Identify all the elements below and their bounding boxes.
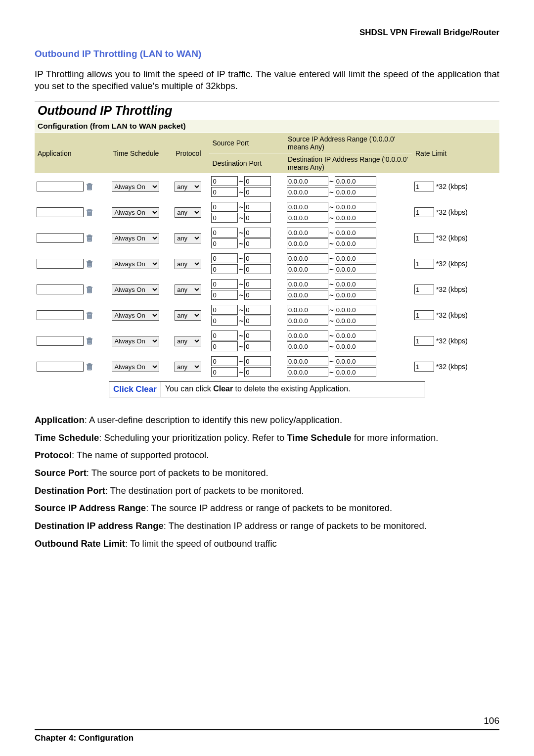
- source-port-from[interactable]: [211, 331, 238, 340]
- source-ip-from[interactable]: [287, 331, 328, 340]
- dest-port-from[interactable]: [211, 316, 238, 326]
- time-schedule-select[interactable]: Always On: [112, 310, 159, 321]
- source-port-from[interactable]: [211, 279, 238, 289]
- dest-port-from[interactable]: [211, 213, 238, 223]
- source-ip-to[interactable]: [335, 279, 376, 289]
- source-ip-to[interactable]: [335, 228, 376, 237]
- rate-limit-input[interactable]: [414, 233, 434, 243]
- application-input[interactable]: [37, 233, 84, 243]
- dest-ip-to[interactable]: [335, 367, 376, 377]
- protocol-select[interactable]: any: [175, 233, 201, 243]
- dest-ip-from[interactable]: [287, 213, 328, 223]
- time-schedule-select[interactable]: Always On: [112, 362, 159, 372]
- rate-limit-input[interactable]: [414, 362, 434, 372]
- dest-ip-to[interactable]: [335, 316, 376, 326]
- source-ip-to[interactable]: [335, 253, 376, 263]
- rate-limit-input[interactable]: [414, 336, 434, 346]
- source-port-from[interactable]: [211, 228, 238, 237]
- application-input[interactable]: [37, 259, 84, 269]
- trash-icon[interactable]: [86, 312, 93, 320]
- dest-port-to[interactable]: [244, 316, 271, 326]
- application-input[interactable]: [37, 336, 84, 346]
- source-port-from[interactable]: [211, 356, 238, 366]
- dest-ip-to[interactable]: [335, 238, 376, 248]
- dest-port-to[interactable]: [244, 213, 271, 223]
- rate-limit-input[interactable]: [414, 284, 434, 294]
- source-port-to[interactable]: [244, 253, 271, 263]
- dest-port-from[interactable]: [211, 264, 238, 274]
- rate-limit-input[interactable]: [414, 182, 434, 191]
- application-input[interactable]: [37, 284, 84, 294]
- source-port-to[interactable]: [244, 305, 271, 315]
- protocol-select[interactable]: any: [175, 336, 201, 346]
- dest-ip-from[interactable]: [287, 341, 328, 351]
- time-schedule-select[interactable]: Always On: [112, 259, 159, 269]
- source-ip-from[interactable]: [287, 202, 328, 212]
- dest-port-to[interactable]: [244, 238, 271, 248]
- source-port-from[interactable]: [211, 253, 238, 263]
- source-ip-from[interactable]: [287, 305, 328, 315]
- source-port-to[interactable]: [244, 228, 271, 237]
- source-port-to[interactable]: [244, 202, 271, 212]
- dest-port-from[interactable]: [211, 187, 238, 197]
- dest-ip-from[interactable]: [287, 316, 328, 326]
- dest-ip-from[interactable]: [287, 238, 328, 248]
- time-schedule-select[interactable]: Always On: [112, 233, 159, 243]
- trash-icon[interactable]: [86, 183, 93, 191]
- source-ip-to[interactable]: [335, 176, 376, 186]
- application-input[interactable]: [37, 207, 84, 217]
- dest-port-from[interactable]: [211, 341, 238, 351]
- protocol-select[interactable]: any: [175, 310, 201, 321]
- source-ip-to[interactable]: [335, 331, 376, 340]
- trash-icon[interactable]: [86, 286, 93, 294]
- trash-icon[interactable]: [86, 260, 93, 268]
- rate-limit-input[interactable]: [414, 207, 434, 217]
- dest-port-to[interactable]: [244, 290, 271, 300]
- dest-ip-from[interactable]: [287, 367, 328, 377]
- dest-port-to[interactable]: [244, 341, 271, 351]
- application-input[interactable]: [37, 310, 84, 320]
- source-port-to[interactable]: [244, 356, 271, 366]
- application-input[interactable]: [37, 362, 84, 372]
- trash-icon[interactable]: [86, 209, 93, 217]
- source-port-to[interactable]: [244, 176, 271, 186]
- rate-limit-input[interactable]: [414, 310, 434, 320]
- dest-ip-to[interactable]: [335, 187, 376, 197]
- source-ip-from[interactable]: [287, 253, 328, 263]
- source-port-to[interactable]: [244, 279, 271, 289]
- dest-ip-to[interactable]: [335, 290, 376, 300]
- application-input[interactable]: [37, 182, 84, 191]
- trash-icon[interactable]: [86, 363, 93, 371]
- source-ip-from[interactable]: [287, 228, 328, 237]
- dest-ip-from[interactable]: [287, 264, 328, 274]
- protocol-select[interactable]: any: [175, 259, 201, 269]
- source-port-from[interactable]: [211, 305, 238, 315]
- source-ip-to[interactable]: [335, 305, 376, 315]
- time-schedule-select[interactable]: Always On: [112, 182, 159, 192]
- source-ip-to[interactable]: [335, 202, 376, 212]
- source-ip-from[interactable]: [287, 176, 328, 186]
- source-port-from[interactable]: [211, 202, 238, 212]
- trash-icon[interactable]: [86, 337, 93, 345]
- dest-ip-from[interactable]: [287, 187, 328, 197]
- time-schedule-select[interactable]: Always On: [112, 207, 159, 218]
- dest-port-to[interactable]: [244, 367, 271, 377]
- protocol-select[interactable]: any: [175, 284, 201, 295]
- source-ip-to[interactable]: [335, 356, 376, 366]
- dest-port-from[interactable]: [211, 238, 238, 248]
- time-schedule-select[interactable]: Always On: [112, 336, 159, 346]
- dest-ip-to[interactable]: [335, 213, 376, 223]
- time-schedule-select[interactable]: Always On: [112, 284, 159, 295]
- dest-port-from[interactable]: [211, 290, 238, 300]
- source-port-from[interactable]: [211, 176, 238, 186]
- dest-port-from[interactable]: [211, 367, 238, 377]
- dest-ip-to[interactable]: [335, 264, 376, 274]
- rate-limit-input[interactable]: [414, 259, 434, 269]
- source-port-to[interactable]: [244, 331, 271, 340]
- protocol-select[interactable]: any: [175, 207, 201, 218]
- dest-port-to[interactable]: [244, 187, 271, 197]
- dest-ip-from[interactable]: [287, 290, 328, 300]
- trash-icon[interactable]: [86, 235, 93, 242]
- source-ip-from[interactable]: [287, 356, 328, 366]
- protocol-select[interactable]: any: [175, 362, 201, 372]
